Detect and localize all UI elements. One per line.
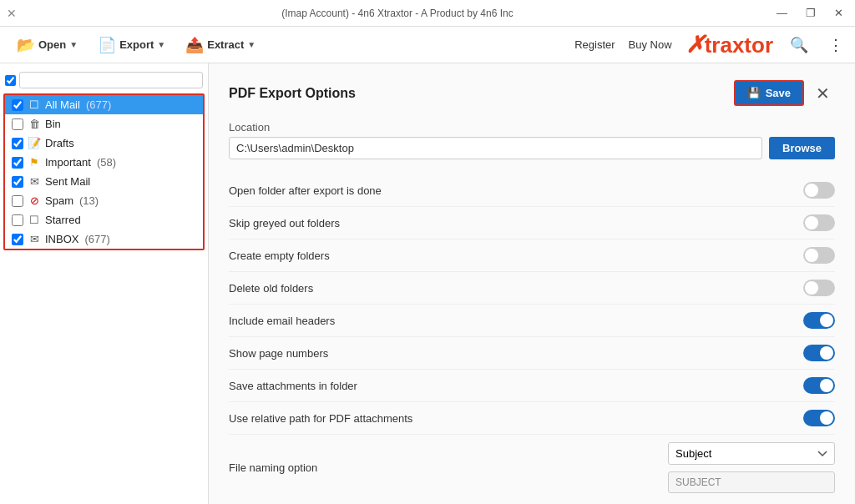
location-input[interactable] xyxy=(229,137,762,159)
export-button[interactable]: 📄 Export ▼ xyxy=(89,32,174,58)
option-include-headers: Include email headers xyxy=(229,305,835,337)
toggle-show-page[interactable] xyxy=(803,345,835,361)
sidebar: ☐ All Mail (677) 🗑 Bin 📝 Drafts ⚑ Import… xyxy=(0,63,209,504)
subject-tag: SUBJECT xyxy=(668,471,835,493)
folder-icon-inbox: ✉ xyxy=(28,233,41,245)
open-chevron-icon: ▼ xyxy=(69,40,78,49)
folder-icon-sent-mail: ✉ xyxy=(28,175,41,188)
folder-item-bin[interactable]: 🗑 Bin xyxy=(5,114,203,134)
toggle-save-attach[interactable] xyxy=(803,377,835,394)
register-link[interactable]: Register xyxy=(574,38,615,51)
brand-x: ✗ xyxy=(686,32,705,58)
sidebar-top xyxy=(0,67,208,92)
folder-item-starred[interactable]: ☐ Starred xyxy=(5,210,203,229)
folder-item-inbox[interactable]: ✉ INBOX (677) xyxy=(5,229,203,249)
extract-icon: 📤 xyxy=(185,36,204,54)
folder-item-all-mail[interactable]: ☐ All Mail (677) xyxy=(5,95,203,114)
folder-label-bin: Bin xyxy=(45,118,61,130)
toggle-skip-greyed[interactable] xyxy=(803,214,835,231)
buynow-link[interactable]: Buy Now xyxy=(629,38,672,51)
option-label-open-folder: Open folder after export is done xyxy=(229,184,382,197)
checkbox-inbox[interactable] xyxy=(12,234,23,245)
checkbox-bin[interactable] xyxy=(12,118,23,130)
option-label-include-headers: Include email headers xyxy=(229,315,335,327)
browse-button[interactable]: Browse xyxy=(769,137,835,159)
file-naming-row: File naming option Subject Date From To … xyxy=(229,435,835,501)
file-naming-label: File naming option xyxy=(229,461,317,474)
folder-icon-starred: ☐ xyxy=(28,214,41,226)
brand-name: traxtor xyxy=(705,33,773,58)
folder-item-spam[interactable]: ⊘ Spam (13) xyxy=(5,191,203,210)
open-label: Open xyxy=(38,38,66,51)
folder-label-important: Important xyxy=(45,156,91,169)
toggle-open-folder[interactable] xyxy=(803,182,835,199)
option-skip-greyed: Skip greyed out folders xyxy=(229,207,835,239)
save-icon: 💾 xyxy=(747,87,761,99)
master-checkbox[interactable] xyxy=(5,75,16,86)
folder-label-sent-mail: Sent Mail xyxy=(45,175,90,188)
option-label-create-empty: Create empty folders xyxy=(229,249,330,262)
option-label-save-attach: Save attachments in folder xyxy=(229,380,357,392)
toggle-create-empty[interactable] xyxy=(803,247,835,264)
option-label-delete-old: Delete old folders xyxy=(229,282,313,295)
option-show-page: Show page numbers xyxy=(229,337,835,370)
extract-label: Extract xyxy=(207,38,244,51)
folder-label-inbox: INBOX xyxy=(45,233,78,245)
folder-icon-drafts: 📝 xyxy=(28,137,41,149)
checkbox-spam[interactable] xyxy=(12,195,23,207)
content-title: PDF Export Options xyxy=(229,86,734,101)
toggle-include-headers[interactable] xyxy=(803,312,835,329)
folder-label-all-mail: All Mail xyxy=(45,98,80,111)
folder-highlight-box: ☐ All Mail (677) 🗑 Bin 📝 Drafts ⚑ Import… xyxy=(3,93,205,250)
option-relative-path: Use relative path for PDF attachments xyxy=(229,402,835,435)
folder-count-all-mail: (677) xyxy=(86,98,111,111)
folder-count-inbox: (677) xyxy=(84,233,109,245)
folder-icon-bin: 🗑 xyxy=(28,118,41,130)
title-bar: ✕ (Imap Account) - 4n6 Xtraxtor - A Prod… xyxy=(0,0,855,27)
content-panel: PDF Export Options 💾 Save ✕ Location Bro… xyxy=(209,63,855,504)
location-row: Location Browse xyxy=(229,121,835,159)
minimize-button[interactable]: — xyxy=(772,5,792,21)
brand: Register Buy Now ✗traxtor 🔍 ⋮ xyxy=(574,31,847,58)
checkbox-important[interactable] xyxy=(12,157,23,169)
folder-item-drafts[interactable]: 📝 Drafts xyxy=(5,134,203,153)
close-panel-button[interactable]: ✕ xyxy=(811,82,835,105)
open-icon: 📂 xyxy=(17,36,35,54)
content-header: PDF Export Options 💾 Save ✕ xyxy=(229,80,835,106)
open-button[interactable]: 📂 Open ▼ xyxy=(8,32,86,58)
title-bar-text: (Imap Account) - 4n6 Xtraxtor - A Produc… xyxy=(23,8,772,19)
folder-label-spam: Spam xyxy=(45,194,73,207)
option-save-attach: Save attachments in folder xyxy=(229,370,835,402)
checkbox-drafts[interactable] xyxy=(12,138,23,149)
option-label-relative-path: Use relative path for PDF attachments xyxy=(229,412,412,425)
folder-icon-all-mail: ☐ xyxy=(28,98,41,111)
main-layout: ☐ All Mail (677) 🗑 Bin 📝 Drafts ⚑ Import… xyxy=(0,63,855,504)
folder-count-important: (58) xyxy=(97,156,116,169)
brand-logo: ✗traxtor xyxy=(686,31,773,58)
menu-icon-button[interactable]: ⋮ xyxy=(825,33,847,58)
checkbox-starred[interactable] xyxy=(12,214,23,226)
export-label: Export xyxy=(119,38,154,51)
folder-item-sent-mail[interactable]: ✉ Sent Mail xyxy=(5,172,203,191)
toggle-relative-path[interactable] xyxy=(803,410,835,426)
option-delete-old: Delete old folders xyxy=(229,272,835,305)
folder-icon-spam: ⊘ xyxy=(28,194,41,207)
save-button[interactable]: 💾 Save xyxy=(734,80,804,106)
checkbox-all-mail[interactable] xyxy=(12,99,23,111)
window-close-button[interactable]: ✕ xyxy=(829,5,848,21)
maximize-button[interactable]: ❐ xyxy=(801,5,821,21)
sidebar-search-input[interactable] xyxy=(19,72,203,88)
file-naming-select[interactable]: Subject Date From To xyxy=(668,442,835,465)
save-label: Save xyxy=(766,87,791,99)
extract-button[interactable]: 📤 Extract ▼ xyxy=(177,32,264,58)
options-section: Open folder after export is done Skip gr… xyxy=(229,174,835,501)
folder-item-important[interactable]: ⚑ Important (58) xyxy=(5,153,203,172)
file-naming-controls: Subject Date From To SUBJECT xyxy=(668,442,835,493)
option-label-skip-greyed: Skip greyed out folders xyxy=(229,217,340,229)
option-label-show-page: Show page numbers xyxy=(229,347,328,360)
toggle-delete-old[interactable] xyxy=(803,280,835,296)
option-open-folder: Open folder after export is done xyxy=(229,174,835,207)
checkbox-sent-mail[interactable] xyxy=(12,176,23,188)
search-icon-button[interactable]: 🔍 xyxy=(787,33,812,58)
extract-chevron-icon: ▼ xyxy=(247,40,255,49)
